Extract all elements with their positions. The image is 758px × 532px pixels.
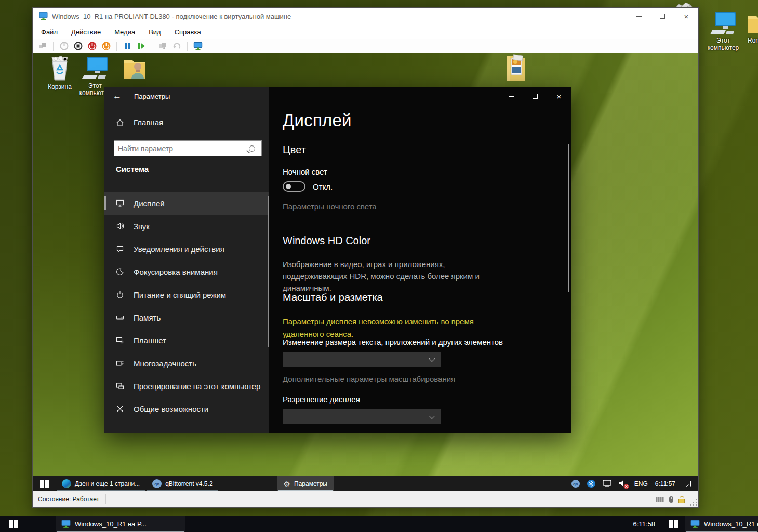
edge-icon bbox=[62, 479, 71, 488]
hdr-description: Изображение в видео, играх и приложениях… bbox=[283, 258, 511, 294]
sidebar-item-focus-assist[interactable]: Фокусировка внимания bbox=[104, 260, 269, 283]
vm-clock[interactable]: 6:11:57 bbox=[655, 480, 675, 487]
resume-vm-icon[interactable] bbox=[137, 42, 146, 51]
multitasking-icon bbox=[116, 359, 124, 367]
vm-taskbar-item-qbittorrent[interactable]: qb qBittorrent v4.5.2 bbox=[146, 476, 219, 491]
settings-sidebar: ← Параметры Главная Система bbox=[104, 87, 269, 433]
vmconnect-titlebar[interactable]: Windows_10_R1 на PROLIANT-DL380 - подклю… bbox=[33, 8, 698, 24]
resolution-dropdown[interactable] bbox=[283, 409, 441, 424]
host-start-button[interactable] bbox=[0, 516, 26, 532]
sidebar-item-shared-experiences[interactable]: Общие возможности bbox=[104, 397, 269, 420]
shared-experiences-icon bbox=[116, 405, 124, 413]
chevron-down-icon bbox=[429, 355, 435, 361]
sidebar-item-notifications[interactable]: Уведомления и действия bbox=[104, 237, 269, 260]
scaling-label: Изменение размера текста, приложений и д… bbox=[283, 338, 503, 347]
settings-search-box[interactable] bbox=[114, 140, 262, 156]
recycle-bin-icon bbox=[48, 56, 72, 81]
night-light-label: Ночной свет bbox=[283, 167, 327, 176]
enhanced-session-icon[interactable] bbox=[193, 42, 203, 51]
vm-recycle-bin-icon[interactable]: Корзина bbox=[41, 56, 78, 90]
sound-icon bbox=[116, 222, 124, 230]
focus-assist-icon bbox=[116, 268, 124, 276]
scaling-dropdown[interactable] bbox=[283, 352, 441, 367]
settings-scrollbar[interactable] bbox=[568, 144, 569, 292]
sidebar-item-label: Уведомления и действия bbox=[134, 245, 224, 254]
vm-user-folder-icon[interactable] bbox=[116, 56, 153, 81]
host-taskbar-item-vmconnect-secondary[interactable]: Windows_10_R1 на P... bbox=[685, 516, 758, 532]
save-vm-icon[interactable] bbox=[101, 42, 111, 51]
vm-recycle-bin-label: Корзина bbox=[48, 83, 72, 90]
checkpoint-icon-disabled[interactable] bbox=[158, 42, 167, 51]
sidebar-item-storage[interactable]: Память bbox=[104, 306, 269, 329]
window-minimize-button[interactable] bbox=[627, 8, 650, 24]
host-taskbar-item-vmconnect[interactable]: Windows_10_R1 на P... bbox=[56, 516, 185, 532]
menu-help[interactable]: Справка bbox=[175, 28, 201, 36]
host-this-pc-icon[interactable]: Этот компьютер bbox=[702, 11, 744, 51]
turn-off-vm-icon[interactable] bbox=[73, 42, 83, 51]
night-light-toggle[interactable] bbox=[283, 181, 305, 192]
qbittorrent-icon: qb bbox=[152, 479, 162, 488]
keyboard-capture-icon bbox=[656, 497, 664, 502]
color-section-heading: Цвет bbox=[283, 144, 306, 156]
network-icon[interactable] bbox=[603, 480, 611, 488]
host-desktop: Этот компьютер Ron Windows_10_R1 на PROL… bbox=[0, 0, 758, 532]
sidebar-item-power-sleep[interactable]: Питание и спящий режим bbox=[104, 283, 269, 306]
sidebar-item-home[interactable]: Главная bbox=[116, 118, 163, 127]
search-icon[interactable] bbox=[249, 145, 255, 152]
notifications-icon bbox=[116, 245, 124, 253]
menu-media[interactable]: Медиа bbox=[114, 28, 135, 36]
host-clock[interactable]: 6:11:58 bbox=[627, 516, 661, 532]
action-center-icon[interactable] bbox=[683, 481, 691, 487]
vm-taskbar: Дзен и еще 1 страни... qb qBittorrent v4… bbox=[33, 476, 698, 491]
vm-taskbar-item-edge[interactable]: Дзен и еще 1 страни... bbox=[56, 476, 146, 491]
night-light-settings-link[interactable]: Параметры ночного света bbox=[283, 202, 377, 211]
language-indicator[interactable]: ENG bbox=[634, 480, 648, 487]
settings-close-button[interactable]: × bbox=[547, 87, 571, 105]
settings-maximize-button[interactable] bbox=[523, 87, 547, 105]
vm-start-button[interactable] bbox=[33, 476, 56, 491]
back-icon[interactable]: ← bbox=[113, 91, 122, 101]
sidebar-scrollbar[interactable] bbox=[268, 196, 269, 347]
sidebar-item-multitasking[interactable]: Многозадачность bbox=[104, 352, 269, 375]
revert-icon-disabled[interactable] bbox=[172, 42, 181, 51]
host-folder-icon-partial[interactable]: Ron bbox=[747, 11, 758, 44]
resolution-label: Разрешение дисплея bbox=[283, 395, 360, 404]
vm-pictures-folder-icon[interactable] bbox=[497, 53, 535, 82]
settings-header: ← Параметры bbox=[104, 87, 269, 105]
display-icon bbox=[116, 199, 124, 207]
gear-icon: ⚙ bbox=[284, 480, 290, 488]
power-icon bbox=[116, 290, 124, 299]
window-maximize-button[interactable] bbox=[650, 8, 674, 24]
sidebar-item-projecting[interactable]: Проецирование на этот компьютер bbox=[104, 375, 269, 397]
settings-minimize-button[interactable] bbox=[499, 87, 523, 105]
sidebar-item-label: Планшет bbox=[134, 336, 166, 345]
windows-logo-icon bbox=[669, 520, 678, 528]
vm-status-text: Состояние: Работает bbox=[38, 496, 99, 503]
window-close-button[interactable]: × bbox=[674, 8, 698, 24]
resize-grip[interactable] bbox=[690, 499, 697, 506]
hyperv-app-icon bbox=[61, 520, 71, 528]
advanced-scaling-link[interactable]: Дополнительные параметры масштабирования bbox=[283, 375, 455, 383]
menu-view[interactable]: Вид bbox=[149, 28, 161, 36]
sidebar-item-display[interactable]: Дисплей bbox=[104, 192, 269, 215]
vm-system-tray: qb ENG 6:11:57 bbox=[571, 476, 698, 491]
bluetooth-icon[interactable] bbox=[587, 480, 595, 488]
menu-file[interactable]: Файл bbox=[41, 28, 58, 36]
start-vm-icon-disabled[interactable] bbox=[59, 42, 69, 51]
qbittorrent-tray-icon[interactable]: qb bbox=[571, 480, 580, 488]
host-start-button-secondary[interactable] bbox=[661, 516, 685, 532]
sidebar-home-label: Главная bbox=[134, 118, 163, 127]
remote-session-warning: Параметры дисплея невозможно изменить во… bbox=[283, 315, 511, 340]
pause-vm-icon[interactable] bbox=[123, 42, 132, 51]
menu-action[interactable]: Действие bbox=[71, 28, 101, 36]
host-folder-label: Ron bbox=[748, 37, 758, 44]
ctrl-alt-del-icon[interactable] bbox=[38, 42, 47, 51]
sidebar-item-tablet[interactable]: Планшет bbox=[104, 329, 269, 352]
shut-down-vm-icon[interactable] bbox=[87, 42, 97, 51]
vm-taskbar-item-settings[interactable]: ⚙ Параметры bbox=[277, 476, 334, 491]
settings-search-input[interactable] bbox=[114, 144, 249, 153]
scale-section-heading: Масштаб и разметка bbox=[283, 291, 383, 303]
vmconnect-window: Windows_10_R1 на PROLIANT-DL380 - подклю… bbox=[32, 7, 699, 508]
sidebar-item-sound[interactable]: Звук bbox=[104, 215, 269, 237]
volume-muted-icon[interactable] bbox=[619, 480, 627, 488]
